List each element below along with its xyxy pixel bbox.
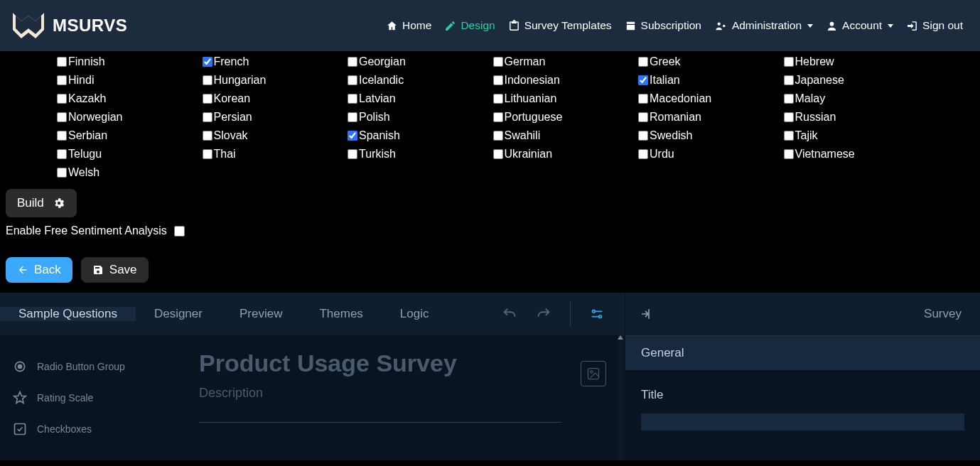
language-checkbox[interactable]	[57, 112, 67, 122]
language-option[interactable]: Persian	[203, 111, 348, 124]
language-checkbox[interactable]	[57, 168, 67, 178]
language-option[interactable]: German	[493, 55, 639, 68]
language-option[interactable]: Latvian	[348, 92, 493, 105]
language-checkbox[interactable]	[638, 112, 648, 122]
language-checkbox[interactable]	[784, 57, 794, 67]
language-option[interactable]: Spanish	[348, 129, 493, 142]
language-checkbox[interactable]	[203, 149, 212, 159]
language-option[interactable]: Hebrew	[784, 55, 930, 68]
language-option[interactable]: Welsh	[57, 166, 203, 179]
nav-signout[interactable]: Sign out	[906, 19, 963, 32]
language-option[interactable]: Italian	[638, 74, 784, 87]
survey-description[interactable]: Description	[199, 386, 602, 401]
language-checkbox[interactable]	[638, 131, 648, 141]
language-checkbox[interactable]	[493, 94, 503, 104]
nav-home[interactable]: Home	[386, 19, 431, 32]
language-option[interactable]: Greek	[638, 55, 784, 68]
language-option[interactable]: Korean	[203, 92, 348, 105]
language-checkbox[interactable]	[203, 112, 212, 122]
redo-icon[interactable]	[536, 306, 551, 322]
language-option[interactable]: Lithuanian	[493, 92, 639, 105]
collapse-right-icon[interactable]	[638, 307, 652, 321]
language-option[interactable]: Vietnamese	[784, 148, 930, 161]
tab-preview[interactable]: Preview	[221, 307, 301, 321]
survey-canvas[interactable]: Product Usage Survey Description	[182, 335, 625, 460]
language-checkbox[interactable]	[203, 131, 212, 141]
language-option[interactable]: Finnish	[57, 55, 203, 68]
language-checkbox[interactable]	[57, 57, 67, 67]
language-option[interactable]: Georgian	[348, 55, 493, 68]
language-option[interactable]: Urdu	[638, 148, 784, 161]
nav-administration[interactable]: Administration	[714, 19, 813, 32]
survey-title[interactable]: Product Usage Survey	[199, 350, 602, 377]
language-checkbox[interactable]	[348, 75, 357, 85]
language-checkbox[interactable]	[493, 112, 503, 122]
language-option[interactable]: Icelandic	[348, 74, 493, 87]
brand-logo[interactable]: MSURVS	[11, 11, 127, 40]
toolbox-checkboxes[interactable]: Checkboxes	[9, 413, 173, 445]
language-option[interactable]: French	[203, 55, 348, 68]
language-option[interactable]: Kazakh	[57, 92, 203, 105]
language-option[interactable]: Thai	[203, 148, 348, 161]
language-option[interactable]: Malay	[784, 92, 930, 105]
language-checkbox[interactable]	[638, 94, 648, 104]
scrollbar[interactable]	[618, 335, 625, 460]
language-checkbox[interactable]	[57, 94, 67, 104]
survey-logo-placeholder[interactable]	[581, 361, 606, 386]
nav-account[interactable]: Account	[826, 19, 893, 32]
language-checkbox[interactable]	[57, 131, 67, 141]
sentiment-checkbox[interactable]	[174, 226, 185, 237]
language-option[interactable]: Polish	[348, 111, 493, 124]
language-checkbox[interactable]	[493, 75, 503, 85]
nav-subscription[interactable]: Subscription	[625, 19, 701, 32]
language-option[interactable]: Telugu	[57, 148, 203, 161]
language-option[interactable]: Norwegian	[57, 111, 203, 124]
language-option[interactable]: Hungarian	[203, 74, 348, 87]
language-checkbox[interactable]	[493, 131, 503, 141]
toolbox-rating-scale[interactable]: Rating Scale	[9, 382, 173, 413]
language-checkbox[interactable]	[493, 149, 503, 159]
language-checkbox[interactable]	[57, 149, 67, 159]
language-checkbox[interactable]	[203, 75, 212, 85]
language-checkbox[interactable]	[348, 94, 357, 104]
language-checkbox[interactable]	[348, 149, 357, 159]
language-checkbox[interactable]	[784, 94, 794, 104]
toolbox-radio-group[interactable]: Radio Button Group	[9, 351, 173, 382]
nav-design[interactable]: Design	[444, 19, 495, 32]
language-checkbox[interactable]	[57, 75, 67, 85]
language-option[interactable]: Slovak	[203, 129, 348, 142]
settings-sliders-icon[interactable]	[589, 306, 605, 322]
save-button[interactable]: Save	[81, 257, 149, 283]
tab-themes[interactable]: Themes	[301, 307, 381, 321]
language-checkbox[interactable]	[638, 149, 648, 159]
language-option[interactable]: Japanese	[784, 74, 930, 87]
build-button[interactable]: Build	[6, 189, 77, 217]
language-option[interactable]: Russian	[784, 111, 930, 124]
language-option[interactable]: Tajik	[784, 129, 930, 142]
language-checkbox[interactable]	[638, 57, 648, 67]
section-general[interactable]: General	[625, 335, 980, 371]
language-option[interactable]: Turkish	[348, 148, 493, 161]
language-checkbox[interactable]	[348, 112, 357, 122]
language-option[interactable]: Swahili	[493, 129, 639, 142]
title-input[interactable]	[641, 413, 964, 430]
language-option[interactable]: Hindi	[57, 74, 203, 87]
language-checkbox[interactable]	[493, 57, 503, 67]
language-checkbox[interactable]	[348, 57, 357, 67]
language-checkbox[interactable]	[203, 94, 212, 104]
tab-designer[interactable]: Designer	[136, 307, 221, 321]
language-checkbox[interactable]	[784, 149, 794, 159]
language-option[interactable]: Serbian	[57, 129, 203, 142]
language-option[interactable]: Indonesian	[493, 74, 639, 87]
language-checkbox[interactable]	[638, 75, 648, 85]
back-button[interactable]: Back	[6, 257, 72, 283]
language-option[interactable]: Swedish	[638, 129, 784, 142]
language-option[interactable]: Ukrainian	[493, 148, 639, 161]
language-option[interactable]: Portuguese	[493, 111, 639, 124]
tab-logic[interactable]: Logic	[382, 307, 448, 321]
language-option[interactable]: Romanian	[638, 111, 784, 124]
language-checkbox[interactable]	[784, 131, 794, 141]
language-checkbox[interactable]	[784, 75, 794, 85]
language-checkbox[interactable]	[784, 112, 794, 122]
language-option[interactable]: Macedonian	[638, 92, 784, 105]
